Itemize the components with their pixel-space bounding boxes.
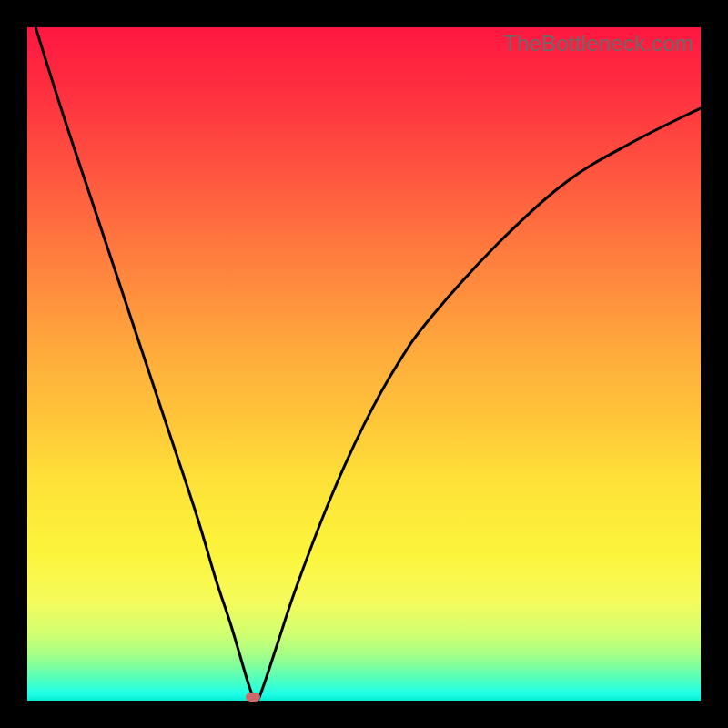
bottleneck-curve [27, 27, 701, 701]
optimal-point-marker [246, 693, 260, 702]
chart-frame: TheBottleneck.com [27, 27, 701, 701]
plot-area: TheBottleneck.com [27, 27, 701, 701]
curve-path [27, 0, 701, 701]
